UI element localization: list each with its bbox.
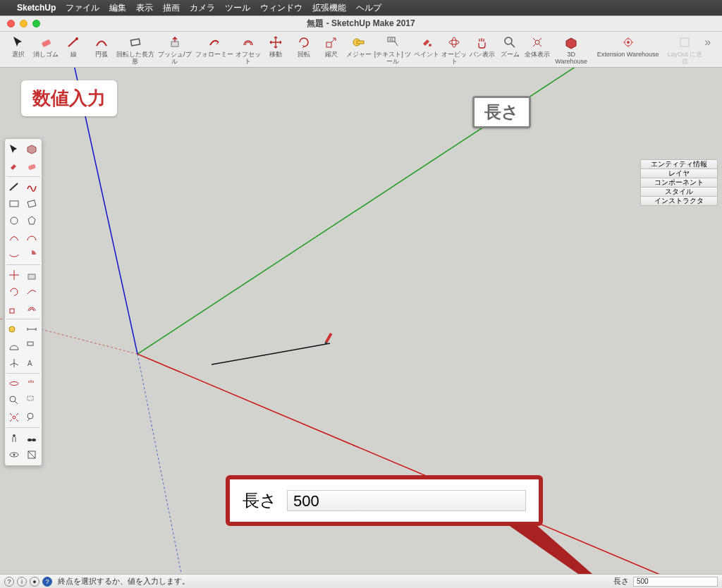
maximize-button[interactable] bbox=[32, 20, 40, 27]
svg-point-35 bbox=[10, 381, 18, 385]
menu-window[interactable]: ウィンドウ bbox=[260, 2, 302, 14]
tray-layers[interactable]: レイヤ bbox=[640, 169, 718, 178]
p-tape2[interactable] bbox=[6, 321, 22, 337]
svg-rect-27 bbox=[27, 200, 36, 207]
p-rect[interactable] bbox=[6, 196, 22, 212]
svg-point-42 bbox=[32, 439, 36, 441]
p-axes[interactable] bbox=[6, 355, 22, 371]
svg-rect-25 bbox=[28, 164, 36, 170]
tool-3dwarehouse[interactable]: 3D Warehouse bbox=[552, 35, 590, 66]
svg-point-12 bbox=[505, 37, 512, 44]
tool-zoom[interactable]: ズーム bbox=[496, 35, 522, 59]
tray-instructor[interactable]: インストラクタ bbox=[640, 196, 718, 206]
viewport[interactable]: 数値入力 長さ A bbox=[0, 68, 722, 588]
status-icon-4[interactable]: ? bbox=[42, 577, 52, 587]
measurement-input[interactable]: 500 bbox=[633, 577, 718, 587]
minimize-button[interactable] bbox=[20, 20, 27, 27]
tool-text[interactable]: A1[テキスト] ツール bbox=[374, 35, 412, 66]
p-walk[interactable] bbox=[24, 430, 39, 446]
svg-rect-16 bbox=[680, 38, 689, 47]
svg-rect-37 bbox=[27, 396, 33, 400]
svg-text:A1: A1 bbox=[389, 37, 393, 42]
tool-select[interactable]: 選択 bbox=[5, 35, 31, 59]
tool-arc[interactable]: 円弧 bbox=[88, 35, 114, 59]
p-rotate2[interactable] bbox=[6, 284, 22, 300]
p-position[interactable] bbox=[6, 430, 22, 446]
p-look[interactable] bbox=[6, 447, 22, 463]
p-offset2[interactable] bbox=[24, 301, 39, 317]
svg-rect-23 bbox=[325, 333, 332, 343]
tool-tape[interactable]: メジャー bbox=[346, 35, 372, 59]
p-arc[interactable] bbox=[6, 230, 22, 245]
p-section[interactable] bbox=[24, 447, 39, 463]
status-icon-2[interactable]: i bbox=[17, 577, 27, 587]
p-pushpull2[interactable] bbox=[24, 267, 39, 283]
p-zoom2[interactable] bbox=[6, 393, 22, 408]
p-text2[interactable] bbox=[24, 338, 39, 354]
svg-marker-29 bbox=[28, 216, 35, 224]
p-arc3[interactable] bbox=[6, 247, 22, 262]
p-zoomext2[interactable] bbox=[6, 410, 22, 425]
svg-point-10 bbox=[449, 40, 459, 44]
tray-styles[interactable]: スタイル bbox=[640, 187, 718, 197]
tool-paint[interactable]: ペイント bbox=[413, 35, 439, 59]
p-move[interactable] bbox=[6, 267, 22, 283]
app-name[interactable]: SketchUp bbox=[17, 3, 56, 13]
window-title: 無題 - SketchUp Make 2017 bbox=[307, 18, 415, 30]
p-pan2[interactable] bbox=[24, 376, 39, 391]
tool-pushpull[interactable]: プッシュ/プル bbox=[156, 35, 194, 66]
p-freehand[interactable] bbox=[24, 179, 39, 195]
close-button[interactable] bbox=[7, 20, 15, 27]
tool-rotate[interactable]: 回転 bbox=[290, 35, 317, 59]
tool-scale[interactable]: 縮尺 bbox=[318, 35, 344, 59]
status-icon-3[interactable]: ● bbox=[30, 577, 39, 587]
p-circle[interactable] bbox=[6, 213, 22, 228]
measurement-callout: 長さ 500 bbox=[226, 475, 543, 526]
menu-edit[interactable]: 編集 bbox=[109, 2, 126, 14]
p-prev[interactable] bbox=[24, 410, 39, 425]
status-icon-1[interactable]: ? bbox=[4, 577, 14, 587]
tool-rect[interactable]: 回転した長方形 bbox=[116, 35, 154, 66]
statusbar: ? i ● ? 終点を選択するか、値を入力します。 長さ 500 bbox=[0, 574, 722, 588]
p-polygon[interactable] bbox=[24, 213, 39, 228]
p-pie[interactable] bbox=[24, 247, 39, 262]
menu-draw[interactable]: 描画 bbox=[163, 2, 180, 14]
tool-eraser[interactable]: 消しゴム bbox=[32, 35, 59, 59]
tool-layout: LayOut に送信 bbox=[666, 35, 704, 66]
p-line[interactable] bbox=[6, 179, 22, 195]
p-component[interactable] bbox=[24, 142, 39, 157]
p-followme2[interactable] bbox=[24, 284, 39, 300]
tool-line[interactable]: 線 bbox=[61, 35, 87, 59]
tool-move[interactable]: 移動 bbox=[262, 35, 288, 59]
tool-offset[interactable]: オフセット bbox=[235, 35, 261, 66]
p-protractor[interactable] bbox=[6, 338, 22, 354]
p-rotrect[interactable] bbox=[24, 196, 39, 212]
p-arc2[interactable] bbox=[24, 230, 39, 245]
tool-followme[interactable]: フォローミー bbox=[195, 35, 233, 59]
tool-zoomext[interactable]: 全体表示 bbox=[525, 35, 551, 59]
p-dim[interactable] bbox=[24, 321, 39, 337]
menu-extensions[interactable]: 拡張機能 bbox=[312, 2, 346, 14]
menu-tools[interactable]: ツール bbox=[225, 2, 250, 14]
menu-view[interactable]: 表示 bbox=[136, 2, 153, 14]
p-3dtext[interactable]: A bbox=[24, 355, 39, 371]
p-zoomwin[interactable] bbox=[24, 393, 39, 408]
p-eraser[interactable] bbox=[24, 159, 39, 174]
tray-components[interactable]: コンポーネント bbox=[640, 178, 718, 188]
svg-point-36 bbox=[10, 396, 16, 402]
toolbar-overflow[interactable]: » bbox=[704, 35, 718, 50]
p-scale2[interactable] bbox=[6, 301, 22, 317]
svg-rect-31 bbox=[10, 309, 14, 313]
tray-entity[interactable]: エンティティ情報 bbox=[640, 159, 718, 169]
menu-help[interactable]: ヘルプ bbox=[356, 2, 381, 14]
p-select[interactable] bbox=[6, 142, 22, 157]
p-paint[interactable] bbox=[6, 159, 22, 174]
tool-orbit[interactable]: オービット bbox=[441, 35, 467, 66]
svg-rect-33 bbox=[27, 342, 33, 345]
svg-point-32 bbox=[9, 326, 15, 332]
p-orbit2[interactable] bbox=[6, 376, 22, 391]
tool-pan[interactable]: パン表示 bbox=[469, 35, 495, 59]
menu-camera[interactable]: カメラ bbox=[190, 2, 215, 14]
tool-extwarehouse[interactable]: Extension Warehouse bbox=[592, 35, 664, 59]
menu-file[interactable]: ファイル bbox=[66, 2, 99, 14]
